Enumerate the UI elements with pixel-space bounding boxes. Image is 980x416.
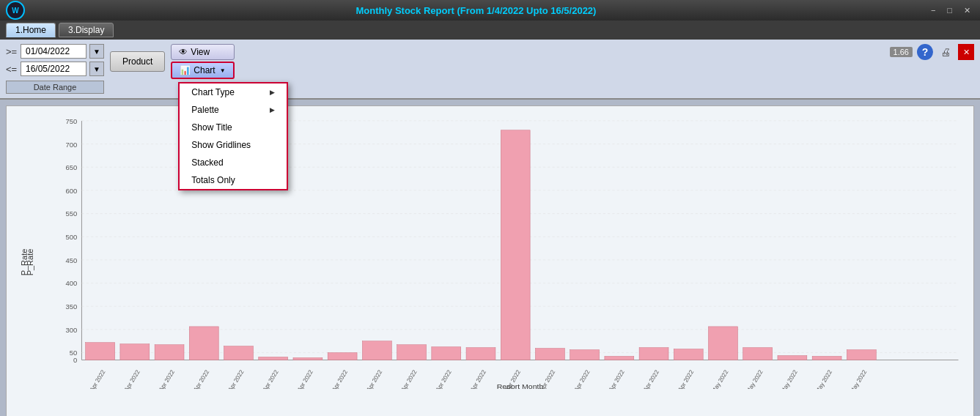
date-to-label: <= [6,64,18,75]
svg-rect-37 [432,347,461,360]
svg-text:May 2022: May 2022 [814,368,834,389]
dropdown-item-stacked[interactable]: Stacked [180,154,287,171]
palette-label: Palette [191,105,218,115]
svg-rect-32 [259,357,288,360]
svg-rect-42 [605,356,634,360]
view-icon: 👁 [179,47,188,57]
totals-only-label: Totals Only [191,175,235,185]
svg-rect-39 [501,130,530,360]
view-label: View [191,47,210,57]
help-button[interactable]: ? [917,44,933,60]
menu-bar: 1.Home 3.Display [0,21,980,40]
top-right-area: 1.66 ? 🖨 ✕ [890,44,974,60]
chart-button[interactable]: 📊 Chart ▼ [171,62,234,79]
date-range-label: Date Range [6,81,104,94]
product-button[interactable]: Product [110,51,165,72]
svg-text:Apr 2022: Apr 2022 [192,368,210,389]
svg-rect-47 [778,355,807,360]
svg-text:450: 450 [65,257,77,264]
svg-text:400: 400 [65,281,77,288]
svg-rect-34 [328,353,357,360]
date-to-input[interactable] [21,62,86,76]
svg-rect-49 [847,350,876,360]
view-button[interactable]: 👁 View [171,44,234,60]
svg-text:Apr 2022: Apr 2022 [573,368,592,389]
svg-text:0: 0 [73,357,77,365]
exit-button[interactable]: ✕ [958,44,974,60]
svg-rect-41 [570,350,600,360]
print-button[interactable]: 🖨 [937,44,954,60]
tab-display[interactable]: 3.Display [59,23,114,37]
date-to-picker[interactable]: ▼ [89,62,104,76]
svg-rect-48 [812,356,841,360]
svg-rect-43 [639,348,668,360]
chart-type-arrow: ▶ [270,89,275,96]
palette-arrow: ▶ [270,106,275,114]
main-content: P_Rate 750 [0,100,980,416]
svg-text:Apr 2022: Apr 2022 [469,368,487,389]
show-title-label: Show Title [191,122,232,133]
svg-rect-31 [224,346,254,360]
close-btn[interactable]: ✕ [960,5,974,16]
chart-type-label: Chart Type [191,87,234,97]
svg-text:May 2022: May 2022 [849,368,869,389]
stacked-label: Stacked [191,157,223,168]
title-bar: W Monthly Stock Report (From 1/4/2022 Up… [0,0,980,21]
svg-text:Apr 2022: Apr 2022 [331,368,349,389]
dropdown-item-show-title[interactable]: Show Title [180,119,287,136]
dropdown-item-totals-only[interactable]: Totals Only [180,171,287,189]
svg-rect-40 [535,349,564,360]
svg-text:350: 350 [65,303,77,311]
svg-text:Apr 2022: Apr 2022 [365,368,383,389]
date-from-picker[interactable]: ▼ [89,44,104,59]
chart-dropdown-arrow: ▼ [220,67,226,74]
tab-home[interactable]: 1.Home [6,23,56,37]
toolbar-area: >= ▼ <= ▼ Date Range Product 👁 View 📊 Ch… [0,40,980,100]
logo: W [6,1,25,20]
svg-text:May 2022: May 2022 [780,368,800,389]
maximize-btn[interactable]: □ [943,5,956,16]
svg-text:Report Month: Report Month [497,382,544,389]
svg-text:600: 600 [65,187,77,195]
date-from-label: >= [6,46,18,57]
show-gridlines-label: Show Gridlines [191,140,251,150]
dropdown-item-palette[interactable]: Palette ▶ [180,101,287,119]
svg-text:Apr 2022: Apr 2022 [400,368,419,389]
svg-rect-27 [86,343,115,360]
date-from-input[interactable] [21,44,86,59]
svg-text:700: 700 [65,141,77,149]
svg-rect-36 [397,345,427,360]
chart-dropdown-menu: Chart Type ▶ Palette ▶ Show Title Show G… [178,82,288,190]
window-controls: − □ ✕ [927,5,974,16]
svg-text:Apr 2022: Apr 2022 [262,368,280,389]
window-title: Monthly Stock Report (From 1/4/2022 Upto… [25,5,927,16]
dropdown-item-show-gridlines[interactable]: Show Gridlines [180,136,287,154]
svg-text:May 2022: May 2022 [710,368,730,389]
svg-text:Apr 2022: Apr 2022 [677,368,695,389]
svg-text:Apr 2022: Apr 2022 [158,368,176,389]
svg-text:Apr 2022: Apr 2022 [89,368,107,389]
svg-rect-35 [362,341,391,360]
svg-text:Apr 2022: Apr 2022 [296,368,314,389]
svg-rect-46 [743,348,773,360]
chart-label: Chart [194,65,215,75]
svg-rect-45 [709,327,738,360]
svg-rect-33 [293,357,323,360]
svg-text:500: 500 [65,234,77,241]
y-axis-label-text: P_Rate [26,249,34,276]
svg-text:50: 50 [70,350,77,357]
chart-area: P_Rate 750 [6,105,974,416]
minimize-btn[interactable]: − [927,5,939,16]
chart-icon: 📊 [180,65,191,75]
svg-text:300: 300 [65,327,77,334]
svg-rect-38 [466,348,495,360]
date-from-row: >= ▼ [6,44,104,59]
dropdown-item-chart-type[interactable]: Chart Type ▶ [180,83,287,101]
svg-rect-30 [189,327,218,360]
ribbon-section: 👁 View 📊 Chart ▼ Chart Type ▶ Palette ▶ … [171,44,234,79]
date-to-row: <= ▼ [6,62,104,76]
svg-rect-29 [155,345,184,360]
svg-text:750: 750 [65,118,77,125]
svg-text:Apr 2022: Apr 2022 [642,368,660,389]
date-section: >= ▼ <= ▼ Date Range [6,44,104,94]
